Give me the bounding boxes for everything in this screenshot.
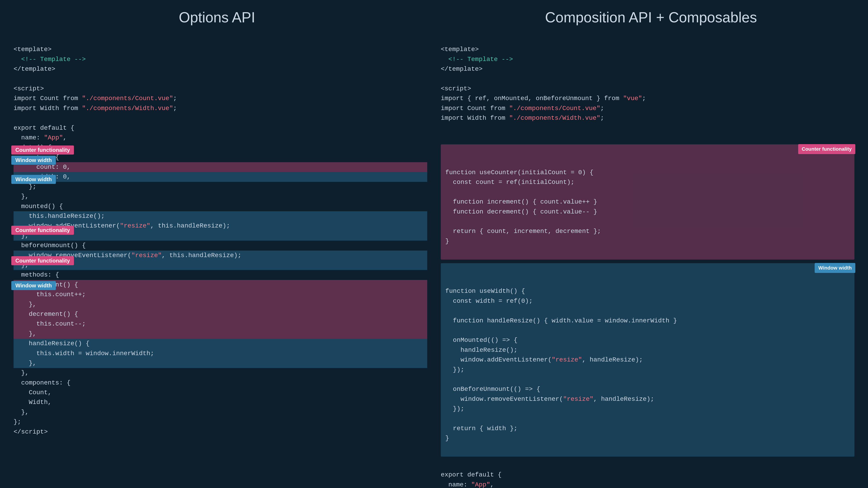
composition-api-column: <template> <!-- Template --> </template>… (441, 35, 855, 488)
counter-inc: function increment() { count.value++ } (445, 198, 597, 205)
export-default-code: export default { name: "App", components… (441, 460, 855, 488)
right-template: <template> (441, 46, 479, 53)
counter-return: return { count, increment, decrement }; (445, 228, 601, 235)
badge-width-composable: Window width (815, 263, 855, 273)
handle-resize-block: handleResize() { this.width = window.inn… (13, 339, 427, 368)
decrement-block: decrement() { this.count--; }, (13, 309, 427, 339)
width-resize: function handleResize() { width.value = … (445, 317, 677, 324)
right-template-close: </template> (441, 66, 483, 72)
width-ref: const width = ref(0); (445, 297, 532, 304)
before-unmount: beforeUnmount() { (13, 242, 86, 249)
badge-counter-composable: Counter functionality (798, 144, 855, 154)
width-unmount2: window.removeEventListener("resize", han… (445, 396, 654, 402)
width-empty1 (445, 307, 449, 314)
counter-close: } (445, 238, 449, 245)
width-close: } (445, 435, 449, 442)
composition-api-code: <template> <!-- Template --> </template>… (441, 35, 855, 142)
right-template-comment: <!-- Template --> (441, 56, 513, 63)
counter-dec: function decrement() { count.value-- } (445, 208, 597, 215)
right-column-title: Composition API + Composables (434, 9, 868, 26)
increment-block: increment() { this.count++; }, (13, 280, 427, 309)
options-api-column: <template> <!-- Template --> </template>… (13, 35, 427, 488)
right-import3: import Width from "./components/Width.vu… (441, 115, 604, 122)
use-width-block: Window width function useWidth() { const… (441, 263, 855, 457)
options-api-code: <template> <!-- Template --> </template>… (13, 35, 427, 447)
count-line: count: 0, (13, 162, 427, 172)
export-name: name: "App", (441, 481, 494, 488)
template-open: <template> <!-- Template --> </template>… (13, 46, 177, 161)
left-column-title: Options API (0, 9, 434, 26)
width-unmount: onBeforeUnmount(() => { (445, 386, 540, 393)
before-unmount-block: window.removeEventListener("resize", thi… (13, 251, 427, 270)
counter-ref: const count = ref(initialCount); (445, 179, 575, 186)
width-mounted4: }); (445, 366, 464, 373)
right-import2: import Count from "./components/Count.vu… (441, 105, 604, 112)
width-empty3 (445, 376, 449, 383)
mounted-block: this.handleResize(); window.addEventList… (13, 211, 427, 240)
counter-empty2 (445, 218, 449, 225)
columns-wrapper: <template> <!-- Template --> </template>… (0, 30, 868, 488)
right-import1: import { ref, onMounted, onBeforeUnmount… (441, 95, 646, 102)
width-mounted: onMounted(() => { (445, 337, 518, 344)
width-unmount3: }); (445, 405, 464, 412)
width-func: function useWidth() { (445, 288, 525, 295)
width-empty2 (445, 327, 449, 334)
methods: methods: { (13, 271, 59, 278)
end-methods: }, components: { Count, Width, }, }; </s… (13, 369, 70, 435)
counter-empty1 (445, 189, 449, 196)
width-return: return { width }; (445, 425, 518, 432)
use-counter-block: Counter functionality function useCounte… (441, 144, 855, 259)
width-line: width: 0, (13, 172, 427, 182)
width-mounted2: handleResize(); (445, 347, 518, 354)
width-empty4 (445, 415, 449, 422)
width-mounted3: window.addEventListener("resize", handle… (445, 356, 643, 363)
export-default: export default { (441, 471, 502, 478)
right-script: <script> (441, 85, 471, 92)
page-header: Options API Composition API + Composable… (0, 0, 868, 30)
counter-func: function useCounter(initialCount = 0) { (445, 169, 593, 176)
after-return: }; }, mounted() { (13, 183, 63, 210)
